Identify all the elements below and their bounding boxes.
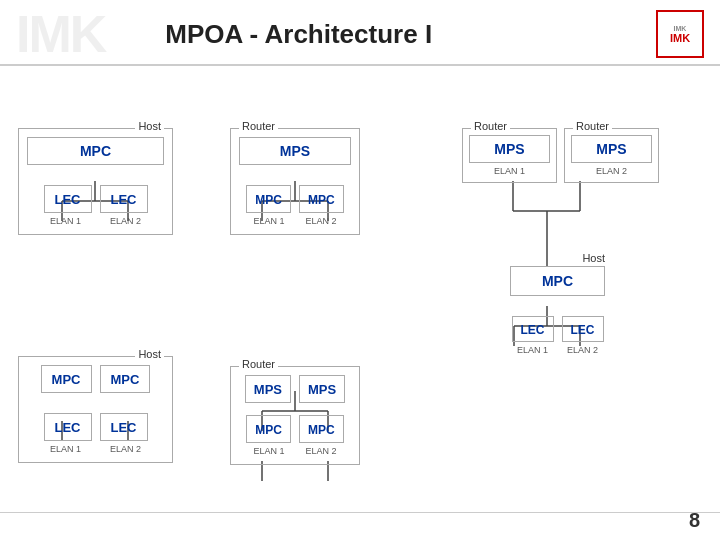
router-label-tr1: Router (471, 120, 510, 132)
mps-tr2: MPS (571, 135, 652, 163)
elan1-right: ELAN 1 (512, 345, 554, 355)
mpc1-label-bm: MPC (255, 423, 282, 437)
section-top-middle: Router MPS MPC MPC ELAN 1 ELAN 2 (230, 128, 360, 235)
lec1-label-right: LEC (521, 323, 545, 337)
mpc2-label-bm: MPC (308, 423, 335, 437)
elan1-bl: ELAN 1 (40, 444, 92, 454)
elan2-bm: ELAN 2 (299, 446, 343, 456)
elan2-tl: ELAN 2 (100, 216, 152, 226)
section-right-mpc: Host MPC LEC LEC ELAN 1 ELAN 2 (510, 266, 605, 355)
router-label-tm: Router (239, 120, 278, 132)
lec2-label-right: LEC (571, 323, 595, 337)
lec2-label-tl: LEC (111, 192, 137, 207)
mpc1-bl: MPC (41, 365, 92, 393)
lec1-label-bl: LEC (55, 420, 81, 435)
mpc2-label-bl: MPC (111, 372, 140, 387)
mpc-right: MPC (510, 266, 605, 296)
mpc1-bm: MPC (246, 415, 291, 443)
lec2-label-bl: LEC (111, 420, 137, 435)
mpc2-label-tm: MPC (308, 193, 335, 207)
lec1-label-tl: LEC (55, 192, 81, 207)
lec1-tl: LEC (44, 185, 92, 213)
lec1-right: LEC (512, 316, 554, 342)
mps1-bm: MPS (245, 375, 291, 403)
page-number: 8 (689, 509, 700, 532)
host-label-rm: Host (582, 252, 605, 264)
lec2-right: LEC (562, 316, 604, 342)
mpc2-bl: MPC (100, 365, 151, 393)
imk-badge: IMK IMK (656, 10, 704, 58)
badge-bottom: IMK (670, 32, 690, 44)
elan1-tr1: ELAN 1 (469, 166, 550, 176)
mps-label-tm: MPS (280, 143, 310, 159)
mps-tm: MPS (239, 137, 351, 165)
section-top-left: Host MPC LEC LEC ELAN 1 ELAN 2 (18, 128, 173, 235)
mpc1-tm: MPC (246, 185, 291, 213)
elan2-tr2: ELAN 2 (571, 166, 652, 176)
section-bottom-left: Host MPC MPC LEC LEC ELAN 1 ELAN 2 (18, 356, 173, 463)
elan2-bl: ELAN 2 (100, 444, 152, 454)
mps-label-tr1: MPS (494, 141, 524, 157)
mpc-label-right: MPC (542, 273, 573, 289)
mpc-tl: MPC (27, 137, 164, 165)
lec2-bl: LEC (100, 413, 148, 441)
router-label-bm: Router (239, 358, 278, 370)
mps2-label-bm: MPS (308, 382, 336, 397)
diagram: Host MPC LEC LEC ELAN 1 ELAN 2 Router MP… (0, 66, 720, 536)
mpc2-tm: MPC (299, 185, 344, 213)
host-label-bl: Host (135, 348, 164, 360)
header: IMK MPOA - Architecture I IMK IMK (0, 0, 720, 66)
section-top-right-2: Router MPS ELAN 2 (564, 128, 659, 183)
elan1-bm: ELAN 1 (247, 446, 291, 456)
mps1-label-bm: MPS (254, 382, 282, 397)
lec1-bl: LEC (44, 413, 92, 441)
mps2-bm: MPS (299, 375, 345, 403)
page-title: MPOA - Architecture I (165, 19, 432, 50)
host-label-tl: Host (135, 120, 164, 132)
elan2-tm: ELAN 2 (299, 216, 343, 226)
router-label-tr2: Router (573, 120, 612, 132)
elan1-tl: ELAN 1 (40, 216, 92, 226)
elan1-tm: ELAN 1 (247, 216, 291, 226)
elan2-right: ELAN 2 (562, 345, 604, 355)
section-top-right-1: Router MPS ELAN 1 (462, 128, 557, 183)
mps-tr1: MPS (469, 135, 550, 163)
mpc-label-tl: MPC (80, 143, 111, 159)
mpc1-label-bl: MPC (52, 372, 81, 387)
logo: IMK (16, 8, 105, 60)
lec2-tl: LEC (100, 185, 148, 213)
mpc2-bm: MPC (299, 415, 344, 443)
badge-top: IMK (674, 25, 687, 32)
mps-label-tr2: MPS (596, 141, 626, 157)
mpc1-label-tm: MPC (255, 193, 282, 207)
section-bottom-middle: Router MPS MPS MPC MPC ELAN 1 ELAN 2 (230, 366, 360, 465)
